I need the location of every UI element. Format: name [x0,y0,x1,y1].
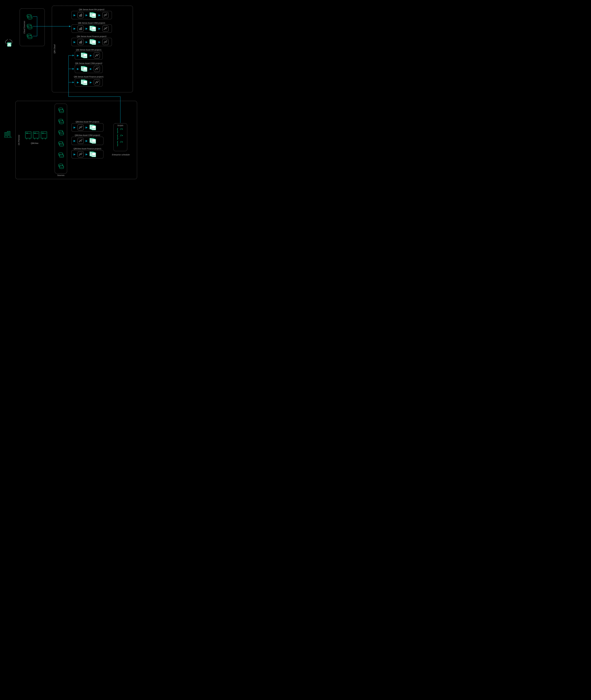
source-db [59,141,63,147]
flow-arrow-icon: ▶ [74,126,76,129]
qlik-sense-asset: Qlik Sense Asset CRM project2 ▶ QV QV QV… [75,65,103,73]
script-icon: { /> } [117,135,124,139]
flow-arrow-icon: ▶ [86,139,87,142]
qlikview-servers [25,132,47,138]
svg-rect-28 [79,42,80,43]
source-db [59,164,63,169]
server-icon [41,132,47,138]
qlikview-asset: QlikView Asset RH project1 ▶ ▶ QV QV QVD [71,123,104,132]
source-db [59,153,63,158]
svg-rect-21 [79,28,80,30]
flow-arrow-icon: ▶ [77,67,79,70]
flow-arrow-icon: ▶ [74,14,76,17]
svg-rect-22 [80,28,81,30]
cloud-source-db [27,34,31,39]
flow-arrow-icon: ▶ [98,14,101,17]
source-db [59,130,63,135]
flow-arrow-icon: ▶ [98,41,101,44]
svg-rect-16 [81,14,82,16]
qlik-sense-asset: Qlik Sense Asset CRM project1 ▶ ▶ QV QV … [71,24,112,33]
qvd-files-icon: QV QV QVD [89,12,96,18]
qlik-sense-asset: Qlik Sense Asset Finance project2 ▶ ▶ QV… [71,38,112,46]
qlik-cloud-label: Qlik Cloud [54,45,56,54]
script-icon: { /> } [117,128,124,133]
chart-icon [94,52,100,59]
svg-rect-29 [80,41,81,43]
qvd-files-icon: QV QV QVD [89,26,96,32]
svg-rect-30 [81,41,82,43]
flow-arrow-icon: ▶ [86,14,87,17]
server-icon [33,132,39,138]
qvd-files-icon: QV QV QVD [89,125,96,130]
building-icon [4,130,12,138]
flow-arrow-icon: ▶ [74,153,76,156]
cloud-source-db [27,24,31,30]
qvd-files-icon: QV QV QVD [89,39,96,45]
flow-arrow-icon: ▶ [98,27,101,30]
qvd-files-icon: QV QV QVD [89,138,96,143]
flow-arrow-icon: ▶ [90,67,92,70]
scripts-region: Scripts { /> } { /> } { /> } Enterprise … [113,123,127,151]
qvd-files-icon: QV QV QVD [81,53,88,58]
qlik-sense-asset: Qlik Sense Asset Finance project1 ▶ QV Q… [75,78,103,86]
architecture-diagram: Cloud Sources Qlik Cloud On-Premise Sour… [6,6,140,182]
flow-arrow-icon: ▶ [86,126,87,129]
cloud-source-db [27,14,31,19]
svg-rect-23 [81,27,82,30]
flow-arrow-icon: ▶ [86,27,87,30]
flow-arrow-icon: ▶ [90,81,92,84]
enterprise-scheduler-label: Enterprise scheduler [112,154,129,156]
chart-icon [77,25,84,32]
qlikview-asset: QlikView Asset CRM project2 ▶ ▶ QV QV QV… [71,137,104,145]
chart-icon [94,79,100,85]
chart-icon [103,39,109,45]
qlikview-label: QlikView [31,142,38,144]
scripts-title: Scripts [114,124,127,127]
flow-arrow-icon: ▶ [74,27,76,30]
on-premise-label: On-Premise [18,135,20,145]
svg-rect-14 [79,15,80,16]
server-icon [25,132,31,138]
chart-icon [94,66,100,72]
qvd-files-icon: QV QV QVD [81,79,88,85]
source-db [59,108,63,113]
cloud-sources-region: Cloud Sources [19,8,45,46]
qlik-sense-asset: Qlik Sense Asset RH project1 ▶ QV QV QVD… [75,51,103,60]
qvd-files-icon: QV QV QVD [81,66,88,72]
sources-region: Sources [55,104,67,174]
qlik-sense-asset: Qlik Sense Asset RH project2 ▶ ▶ QV QV Q… [71,11,112,19]
flow-arrow-icon: ▶ [74,139,76,142]
chart-icon [77,124,84,130]
cloud-with-db-icon [4,39,14,48]
cloud-sources-label: Cloud Sources [23,21,25,34]
svg-rect-15 [80,14,81,16]
qvd-files-icon: QV QV QVD [89,152,96,157]
sources-label: Sources [57,174,64,176]
flow-arrow-icon: ▶ [74,41,76,44]
flow-arrow-icon: ▶ [77,81,79,84]
script-icon: { /> } [117,141,124,145]
flow-arrow-icon: ▶ [77,54,79,57]
chart-icon [77,138,84,144]
flow-arrow-icon: ▶ [86,41,87,44]
chart-icon [77,151,84,157]
chart-icon [103,12,109,18]
qlikview-asset: QlikView Asset Finance project1 ▶ ▶ QV Q… [71,150,104,159]
chart-icon [77,39,84,45]
source-db [59,119,63,124]
flow-arrow-icon: ▶ [86,153,87,156]
flow-arrow-icon: ▶ [90,54,92,57]
chart-icon [77,12,84,18]
chart-icon [103,25,109,32]
